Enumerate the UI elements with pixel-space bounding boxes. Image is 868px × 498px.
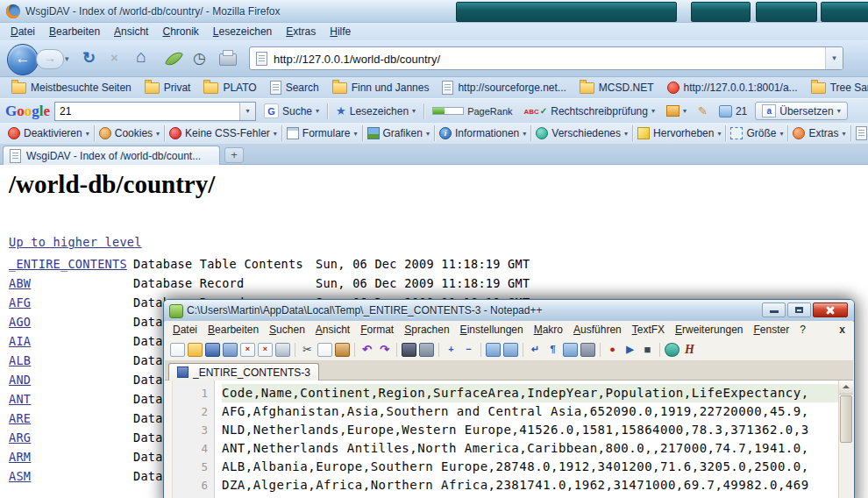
editor-line[interactable]: ALB,Albania,Europe,Southern Europe,28748… bbox=[222, 458, 838, 476]
minimize-button[interactable] bbox=[762, 302, 786, 317]
webdev-quelltext[interactable]: Quelltext bbox=[851, 125, 868, 142]
notepad-titlebar[interactable]: C:\Users\Martin\AppData\Local\Temp\_ENTI… bbox=[164, 300, 854, 322]
back-button[interactable]: ← bbox=[7, 44, 39, 75]
listing-link[interactable]: ABW bbox=[9, 276, 31, 290]
np-menu-erweiterungen[interactable]: Erweiterungen bbox=[670, 322, 748, 338]
spellcheck-button[interactable]: ABC✓Rechtschreibprüfung▾ bbox=[521, 103, 658, 119]
doc-map-icon[interactable] bbox=[580, 343, 595, 357]
show-symbols-icon[interactable]: ¶ bbox=[545, 343, 560, 357]
close-file-icon[interactable]: × bbox=[240, 343, 255, 357]
menu-datei[interactable]: Datei bbox=[4, 24, 42, 39]
webdev-cookies[interactable]: Cookies▾ bbox=[95, 125, 164, 141]
bookmark-localhost-8001[interactable]: http://127.0.0.1:8001/a... bbox=[661, 80, 804, 96]
webdev-css-fehler[interactable]: Keine CSS-Fehler▾ bbox=[165, 125, 281, 141]
document-close-button[interactable]: x bbox=[836, 324, 848, 336]
sync-scroll-horizontal-icon[interactable] bbox=[503, 343, 518, 357]
print-icon[interactable] bbox=[275, 343, 290, 357]
bookmark-privat[interactable]: Privat bbox=[139, 80, 197, 96]
np-menu-sprachen[interactable]: Sprachen bbox=[399, 322, 454, 338]
tab-wsgidav[interactable]: WsgiDAV - Index of /world-db/count... bbox=[3, 146, 220, 165]
bookmark-sourceforge[interactable]: http://sourceforge.net... bbox=[436, 79, 572, 96]
bookmark-tree-samples[interactable]: Tree Samples bbox=[805, 80, 868, 96]
editor-line[interactable]: ANT,Netherlands Antilles,North America,C… bbox=[222, 439, 838, 458]
listing-link[interactable]: ARE bbox=[9, 411, 31, 425]
vertical-scrollbar[interactable] bbox=[838, 381, 853, 498]
print-button[interactable] bbox=[219, 53, 237, 66]
np-menu-fenster[interactable]: Fenster bbox=[748, 322, 794, 338]
listing-link[interactable]: AGO bbox=[9, 315, 31, 329]
google-bookmarks-button[interactable]: ★Lesezeichen▾ bbox=[332, 103, 419, 119]
pagerank-widget[interactable]: PageRank bbox=[429, 104, 516, 118]
google-search-input[interactable] bbox=[55, 103, 239, 120]
redo-icon[interactable]: ↷ bbox=[377, 343, 392, 357]
listing-link[interactable]: _ENTIRE_CONTENTS bbox=[9, 257, 127, 271]
listing-link[interactable]: ANT bbox=[9, 392, 31, 406]
new-tab-button[interactable]: + bbox=[224, 147, 244, 163]
search-history-dropdown[interactable]: ▾ bbox=[239, 103, 255, 120]
webdev-informationen[interactable]: iInformationen▾ bbox=[435, 125, 530, 141]
google-search-button[interactable]: GSuche▾ bbox=[260, 102, 323, 120]
np-menu-bearbeiten[interactable]: Bearbeiten bbox=[203, 322, 264, 338]
indent-guide-icon[interactable] bbox=[563, 343, 578, 357]
sync-scroll-vertical-icon[interactable] bbox=[486, 343, 501, 357]
browser-preview-icon[interactable] bbox=[665, 343, 679, 357]
np-menu-datei[interactable]: Datei bbox=[167, 322, 203, 338]
np-menu-makro[interactable]: Makro bbox=[529, 322, 568, 338]
menu-lesezeichen[interactable]: Lesezeichen bbox=[206, 24, 279, 39]
reload-button[interactable]: ↻ bbox=[82, 48, 96, 68]
google-search-box[interactable]: ▾ bbox=[54, 102, 256, 121]
np-menu-format[interactable]: Format bbox=[355, 322, 399, 338]
cut-icon[interactable]: ✂ bbox=[300, 343, 315, 357]
close-all-icon[interactable]: × bbox=[258, 343, 273, 357]
bookmark-plato[interactable]: PLATO bbox=[197, 80, 262, 96]
paste-icon[interactable] bbox=[335, 343, 350, 357]
menu-ansicht[interactable]: Ansicht bbox=[107, 24, 155, 39]
menu-chronik[interactable]: Chronik bbox=[155, 24, 205, 39]
bookmark-finn-und-jannes[interactable]: Finn und Jannes bbox=[326, 80, 436, 96]
np-menu-einstellungen[interactable]: Einstellungen bbox=[455, 322, 529, 338]
up-link[interactable]: Up to higher level bbox=[9, 235, 142, 249]
webdev-formulare[interactable]: Formulare▾ bbox=[282, 125, 362, 141]
webdev-extras[interactable]: Extras▾ bbox=[788, 125, 850, 141]
editor-line[interactable]: DZA,Algeria,Africa,Northern Africa,23817… bbox=[222, 476, 838, 494]
listing-link[interactable]: AFG bbox=[9, 295, 31, 309]
forward-button[interactable]: → bbox=[36, 49, 64, 69]
history-clock-button[interactable]: ◷ bbox=[193, 49, 206, 68]
zoom-out-icon[interactable]: − bbox=[461, 343, 476, 357]
stop-button[interactable]: × bbox=[110, 50, 118, 65]
np-menu-suchen[interactable]: Suchen bbox=[264, 322, 310, 338]
webdev-groesse[interactable]: Größe▾ bbox=[726, 125, 787, 141]
notepad-editor[interactable]: 1 2 3 4 5 6 Code,Name,Continent,Region,S… bbox=[165, 381, 853, 498]
editor-line[interactable]: AFG,Afghanistan,Asia,Southern and Centra… bbox=[222, 402, 838, 421]
url-text[interactable]: http://127.0.0.1/world-db/country/ bbox=[274, 53, 440, 66]
np-menu-help[interactable]: ? bbox=[794, 322, 811, 338]
menu-bearbeiten[interactable]: Bearbeiten bbox=[42, 24, 107, 39]
save-all-icon[interactable] bbox=[223, 343, 238, 357]
find-icon[interactable] bbox=[402, 343, 416, 357]
listing-link[interactable]: ALB bbox=[9, 353, 31, 367]
url-dropdown-button[interactable]: ▾ bbox=[825, 47, 843, 69]
bookmark-meistbesuchte[interactable]: Meistbesuchte Seiten bbox=[5, 80, 138, 96]
listing-link[interactable]: ARG bbox=[9, 430, 31, 445]
word-wrap-icon[interactable]: ↵ bbox=[528, 343, 543, 357]
zoom-in-icon[interactable]: + bbox=[444, 343, 459, 357]
history-dropdown-button[interactable]: ▾ bbox=[65, 54, 69, 63]
webdev-grafiken[interactable]: Grafiken▾ bbox=[363, 125, 434, 141]
undo-icon[interactable]: ↶ bbox=[359, 343, 374, 357]
close-button[interactable] bbox=[813, 302, 848, 317]
menu-extras[interactable]: Extras bbox=[279, 24, 323, 39]
send-to-button[interactable]: ▾ bbox=[663, 103, 690, 118]
copy-icon[interactable] bbox=[317, 343, 332, 357]
listing-link[interactable]: AND bbox=[9, 373, 31, 387]
home-button[interactable]: ⌂ bbox=[136, 46, 146, 67]
scroll-up-button[interactable] bbox=[839, 381, 853, 395]
webdev-hervorheben[interactable]: Hervorheben▾ bbox=[633, 125, 725, 141]
autofill-button[interactable]: ✎ bbox=[694, 103, 711, 119]
quill-icon[interactable] bbox=[165, 48, 183, 69]
webdev-deaktivieren[interactable]: Deaktivieren▾ bbox=[4, 125, 94, 141]
new-file-icon[interactable] bbox=[170, 343, 185, 357]
document-tab[interactable]: _ENTIRE_CONTENTS-3 bbox=[168, 363, 319, 381]
firefox-titlebar[interactable]: WsgiDAV - Index of /world-db/country/ - … bbox=[0, 0, 868, 23]
menu-hilfe[interactable]: Hilfe bbox=[323, 24, 358, 39]
editor-text-area[interactable]: Code,Name,Continent,Region,SurfaceArea,I… bbox=[215, 381, 838, 498]
